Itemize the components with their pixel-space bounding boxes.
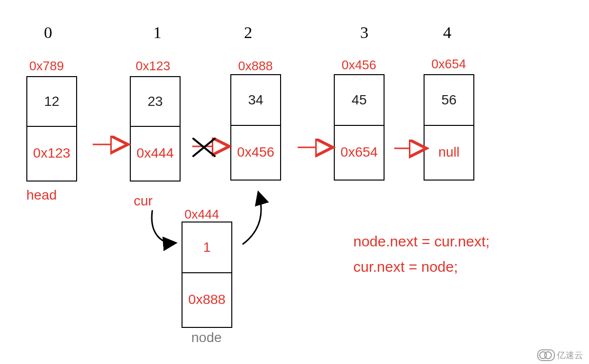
addr-node-4: 0x654: [431, 57, 466, 72]
inserted-node-next: 0x888: [183, 273, 231, 326]
node-4-next: null: [425, 126, 473, 179]
index-2: 2: [244, 23, 252, 42]
node-0: 12 0x123: [26, 76, 77, 182]
node-1-value: 23: [131, 77, 180, 127]
addr-node-0: 0x789: [29, 59, 64, 74]
node-3-value: 45: [335, 75, 384, 126]
svg-line-1: [193, 139, 215, 156]
node-2: 34 0x456: [230, 74, 281, 181]
node-1-next: 0x444: [131, 127, 180, 180]
inserted-node: 1 0x888: [182, 222, 232, 328]
watermark-icon: [537, 349, 555, 361]
node-4: 56 null: [424, 74, 474, 181]
label-head: head: [26, 187, 57, 203]
crossed-arrow-icon: [193, 139, 215, 156]
node-3: 45 0x654: [334, 74, 385, 181]
addr-inserted-node: 0x444: [184, 207, 219, 222]
code-line-2: cur.next = node;: [353, 259, 458, 275]
index-3: 3: [360, 23, 368, 42]
addr-node-2: 0x888: [238, 59, 273, 74]
label-node: node: [191, 330, 222, 345]
label-cur: cur: [134, 193, 153, 209]
inserted-node-value: 1: [183, 222, 231, 273]
watermark: 亿速云: [537, 349, 583, 361]
svg-line-0: [193, 139, 215, 156]
node-2-value: 34: [231, 75, 280, 126]
arrow-node-to-2-icon: [243, 193, 261, 244]
node-1: 23 0x444: [130, 76, 181, 182]
node-2-next: 0x456: [231, 126, 280, 179]
addr-node-1: 0x123: [136, 59, 170, 74]
arrow-cur-to-node-icon: [152, 211, 175, 243]
node-3-next: 0x654: [335, 126, 384, 179]
addr-node-3: 0x456: [342, 58, 376, 73]
node-0-value: 12: [27, 77, 76, 127]
node-0-next: 0x123: [27, 127, 76, 180]
index-1: 1: [153, 23, 162, 42]
arrows-overlay: [0, 0, 589, 364]
watermark-text: 亿速云: [557, 349, 583, 361]
code-line-1: node.next = cur.next;: [353, 233, 489, 250]
index-4: 4: [443, 23, 451, 42]
node-4-value: 56: [425, 75, 473, 126]
index-0: 0: [44, 23, 52, 42]
